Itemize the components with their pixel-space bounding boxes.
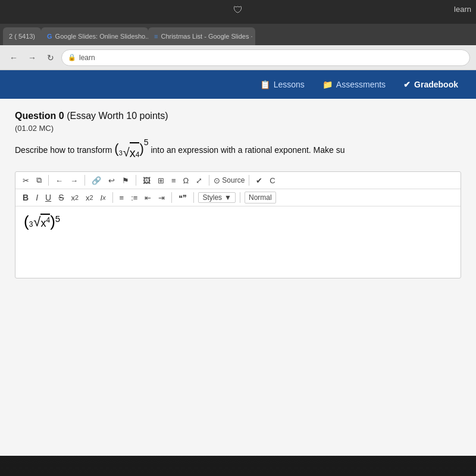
radical-symbol: 3√ x4: [119, 142, 140, 162]
strikethrough-button[interactable]: S: [56, 192, 66, 203]
radicand: x4: [130, 142, 140, 162]
omega-button[interactable]: Ω: [181, 175, 192, 186]
table-button[interactable]: ⊞: [155, 175, 167, 186]
image-button[interactable]: 🖼: [140, 175, 153, 186]
underline-button[interactable]: U: [43, 192, 54, 203]
divider6: [112, 192, 113, 203]
screen: 🛡 learn 2 ( 5413) G Google Slides: Onlin…: [0, 0, 476, 476]
lock-icon: 🔒: [68, 54, 76, 61]
doc-icon: ≡: [154, 33, 158, 40]
italic-button[interactable]: I: [33, 192, 40, 203]
source-button[interactable]: ⊙ Source: [214, 176, 245, 185]
question-body: Describe how to transform ( 3√ x4 ) 5 in…: [15, 142, 461, 162]
browser-tab-3[interactable]: ≡ Christmas List - Google Slides ·: [148, 27, 255, 45]
editor-radicand: x4: [40, 214, 50, 230]
url-text: learn: [79, 54, 95, 62]
gradebook-label: Gradebook: [414, 80, 458, 89]
radical-index: 3: [119, 148, 123, 158]
undo-button[interactable]: ←: [53, 175, 65, 186]
inline-math: ( 3√ x4 ) 5: [114, 142, 148, 162]
nav-bar: ← → ↻ 🔒 learn: [0, 45, 476, 70]
outdent-button[interactable]: ⇤: [142, 192, 154, 203]
tab1-label: 2 ( 5413): [9, 33, 35, 40]
flag-button[interactable]: ⚑: [120, 175, 131, 186]
divider7: [171, 192, 172, 203]
ordered-list-button[interactable]: ≡: [117, 192, 127, 203]
editor-radicand-exp: 4: [46, 216, 50, 224]
editor-close-paren: ): [50, 214, 55, 229]
unordered-list-button[interactable]: :≡: [129, 192, 140, 203]
dropdown-arrow: ▼: [224, 193, 231, 202]
browser-tabs-bar: 2 ( 5413) G Google Slides: Online Slides…: [0, 24, 476, 45]
nav-gradebook[interactable]: ✔ Gradebook: [403, 77, 458, 92]
toolbar-row2: B I U S x2 x2 Ix ≡ :≡ ⇤ ⇥ ❝❞ Styles ▼: [15, 189, 461, 206]
back-button[interactable]: ←: [6, 50, 21, 65]
unlink-button[interactable]: ↩: [106, 175, 117, 186]
align-button[interactable]: ≡: [169, 175, 178, 186]
close-paren: ): [139, 142, 143, 155]
blockquote-button[interactable]: ❝❞: [176, 192, 189, 203]
browser-tab-1[interactable]: 2 ( 5413): [3, 27, 41, 45]
indent-button[interactable]: ⇥: [156, 192, 167, 203]
site-nav: 📋 Lessons 📁 Assessments ✔ Gradebook: [0, 70, 476, 99]
expand-button[interactable]: ⤢: [193, 175, 205, 186]
shield-icon-top: 🛡: [233, 5, 243, 15]
google-icon: G: [47, 33, 52, 40]
check-button[interactable]: ✔: [253, 175, 265, 186]
clear-button[interactable]: C: [267, 175, 277, 186]
divider9: [240, 192, 240, 203]
assessments-label: Assessments: [336, 80, 386, 89]
editor-radical-index: 3: [29, 220, 33, 228]
editor-open-paren: (: [24, 214, 29, 229]
divider2: [84, 175, 85, 186]
link-button[interactable]: 🔗: [89, 175, 104, 186]
question-code: (01.02 MC): [15, 124, 461, 133]
divider1: [48, 175, 49, 186]
editor-body[interactable]: ( 3 √ x4 ) 5: [15, 206, 461, 278]
divider4: [209, 175, 209, 186]
editor-math: ( 3 √ x4 ) 5: [24, 214, 60, 230]
check-icon: ✔: [256, 176, 262, 185]
bold-button[interactable]: B: [20, 192, 31, 203]
editor-radical: 3 √ x4: [29, 214, 50, 230]
c-label: C: [270, 176, 275, 185]
question-title: Question 0: [15, 111, 64, 121]
tab2-label: Google Slides: Online Slidesho...: [55, 33, 148, 40]
divider3: [136, 175, 136, 186]
assessments-icon: 📁: [322, 80, 333, 89]
lessons-label: Lessons: [274, 80, 305, 89]
lessons-icon: 📋: [260, 80, 270, 89]
copy-button[interactable]: ⧉: [34, 174, 44, 186]
editor-outer-exp: 5: [55, 214, 60, 224]
main-content: Question 0 (Essay Worth 10 points) (01.0…: [0, 99, 476, 456]
superscript-button[interactable]: x2: [83, 192, 96, 203]
nav-assessments[interactable]: 📁 Assessments: [322, 77, 386, 92]
rich-text-editor: ✂ ⧉ ← → 🔗 ↩ ⚑ 🖼 ⊞ ≡ Ω ⤢ ⊙ Source: [15, 171, 461, 278]
learn-label: learn: [454, 5, 476, 14]
refresh-button[interactable]: ↻: [43, 50, 58, 65]
toolbar-row1: ✂ ⧉ ← → 🔗 ↩ ⚑ 🖼 ⊞ ≡ Ω ⤢ ⊙ Source: [15, 172, 461, 189]
redo-button[interactable]: →: [68, 175, 80, 186]
browser-tab-2[interactable]: G Google Slides: Online Slidesho...: [41, 27, 148, 45]
cut-button[interactable]: ✂: [20, 175, 32, 186]
divider8: [193, 192, 194, 203]
question-meta: (Essay Worth 10 points): [67, 111, 168, 121]
address-bar[interactable]: 🔒 learn: [61, 49, 470, 66]
styles-label: Styles: [202, 193, 222, 202]
question-header: Question 0 (Essay Worth 10 points): [15, 111, 461, 121]
forward-button[interactable]: →: [24, 50, 40, 65]
editor-sqrt-symbol: √: [33, 214, 40, 230]
normal-label: Normal: [245, 192, 276, 203]
source-label: Source: [222, 176, 245, 184]
source-icon: ⊙: [214, 176, 220, 185]
tab3-label: Christmas List - Google Slides ·: [161, 33, 252, 40]
divider5: [249, 175, 249, 186]
styles-dropdown[interactable]: Styles ▼: [198, 192, 236, 203]
nav-lessons[interactable]: 📋 Lessons: [260, 77, 305, 92]
remove-format-button[interactable]: Ix: [98, 192, 108, 203]
open-paren: (: [114, 142, 118, 155]
subscript-button[interactable]: x2: [68, 192, 81, 203]
gradebook-icon: ✔: [403, 80, 411, 89]
